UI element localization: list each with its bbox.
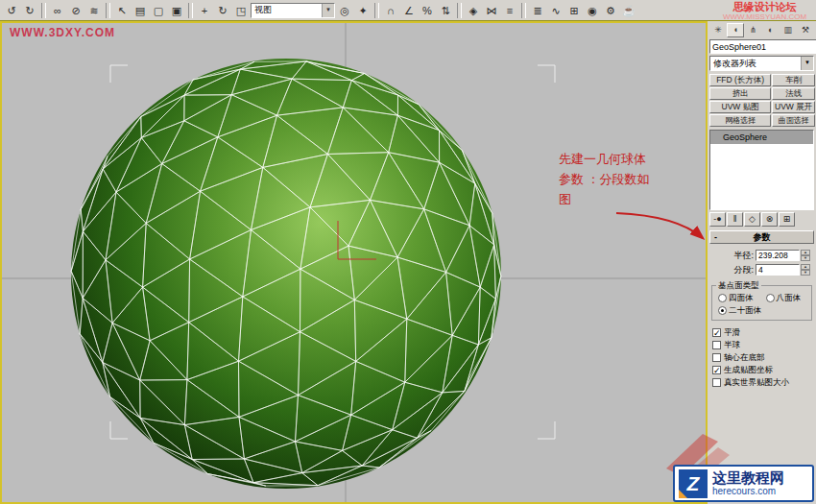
toolbar-separator — [106, 3, 110, 18]
stack-item[interactable]: GeoSphere — [710, 131, 813, 144]
select-by-name-icon[interactable]: ▤ — [132, 2, 149, 18]
checkbox-label: 真实世界贴图大小 — [724, 377, 789, 389]
checkbox-box — [712, 341, 721, 349]
align-icon[interactable]: ≡ — [501, 2, 518, 18]
angle-snap-toggle-icon[interactable]: ∠ — [400, 2, 418, 18]
segments-row: 分段:4▲▼ — [709, 263, 810, 276]
perspective-viewport[interactable]: WWW.3DXY.COM 先建一几何球体 参数 ：分段数如 图 — [0, 21, 708, 504]
checkbox-generate-mapping-coords[interactable]: ✓生成贴图坐标 — [709, 364, 814, 376]
spinner-snap-toggle-icon[interactable]: ⇅ — [437, 2, 454, 18]
schematic-view-icon[interactable]: ⊞ — [565, 2, 583, 18]
motion-tab-icon[interactable]: ◐ — [762, 23, 780, 37]
command-panel-tabs: ✳◖⋔◐▥⚒ — [709, 23, 814, 37]
site-logo-texts: 这里教程网 herecours.com — [712, 470, 784, 496]
radio-circle — [766, 294, 775, 302]
tutorial-site-badge[interactable]: Z 这里教程网 herecours.com — [673, 465, 814, 502]
select-object-icon[interactable]: ↖ — [113, 2, 131, 18]
radio-row: 二十面体 — [714, 304, 809, 317]
segments-field[interactable]: 4 — [756, 264, 800, 276]
configure-modifier-sets-icon[interactable]: ⊞ — [779, 212, 795, 227]
quick-render-icon[interactable]: ☕ — [620, 2, 637, 18]
select-and-manipulate-icon[interactable]: ✦ — [354, 2, 372, 18]
checkbox-smooth[interactable]: ✓平滑 — [709, 326, 814, 339]
select-and-link-icon[interactable]: ∞ — [49, 2, 66, 18]
render-setup-icon[interactable]: ⚙ — [602, 2, 619, 18]
ffd-box-button[interactable]: FFD (长方体) — [709, 74, 771, 86]
radio-label: 四面体 — [729, 293, 754, 304]
snap-toggle-icon[interactable]: ∩ — [382, 2, 399, 18]
modifier-button-set: FFD (长方体)车削挤出法线UVW 贴图UVW 展开网格选择曲面选择 — [709, 74, 814, 127]
radius-spinner[interactable]: ▲▼ — [801, 250, 810, 261]
window-crossing-toggle-icon[interactable]: ▣ — [168, 2, 185, 18]
radio-label: 二十面体 — [729, 305, 761, 317]
radio-tetra[interactable]: 四面体 — [714, 292, 762, 304]
edit-named-selection-sets-icon[interactable]: ◈ — [465, 2, 482, 18]
surface-select-button[interactable]: 曲面选择 — [772, 114, 815, 127]
display-tab-icon[interactable]: ▥ — [780, 23, 797, 37]
select-and-scale-icon[interactable]: ◳ — [232, 2, 250, 18]
unwrap-uvw-button[interactable]: UVW 展开 — [772, 101, 815, 113]
radio-octa[interactable]: 八面体 — [762, 292, 810, 304]
checkbox-box: ✓ — [712, 328, 721, 337]
modifier-list-dropdown[interactable]: 修改器列表 ▼ — [709, 56, 814, 71]
select-and-rotate-icon[interactable]: ↻ — [214, 2, 231, 18]
use-pivot-point-center-icon[interactable]: ◎ — [336, 2, 353, 18]
reference-coordinate-system-dropdown[interactable]: 视图▼ — [251, 3, 335, 18]
radius-label: 半径: — [733, 250, 754, 262]
checkbox-real-world-map-size[interactable]: 真实世界贴图大小 — [709, 376, 814, 389]
checkbox-box — [712, 353, 721, 362]
layer-manager-icon[interactable]: ≣ — [529, 2, 546, 18]
safe-frame-corner-top-left — [110, 65, 128, 83]
spinner-down-icon[interactable]: ▼ — [801, 270, 810, 276]
radius-field[interactable]: 239.208 — [756, 250, 800, 261]
toolbar-separator — [374, 3, 379, 18]
hierarchy-tab-icon[interactable]: ⋔ — [744, 23, 761, 37]
checkbox-label: 平滑 — [724, 327, 740, 339]
percent-snap-toggle-icon[interactable]: % — [419, 2, 436, 18]
spinner-down-icon[interactable]: ▼ — [801, 255, 810, 261]
checkbox-hemisphere[interactable]: 半球 — [709, 339, 814, 351]
main-toolbar: ↺↻∞⊘≋↖▤▢▣+↻◳视图▼◎✦∩∠%⇅◈⋈≡≣∿⊞◉⚙☕ — [0, 0, 816, 21]
watermark-3dxy: WWW.3DXY.COM — [10, 26, 115, 39]
normal-button[interactable]: 法线 — [772, 87, 815, 100]
lathe-button[interactable]: 车削 — [772, 74, 815, 86]
mirror-icon[interactable]: ⋈ — [483, 2, 500, 18]
viewport-canvas — [2, 23, 706, 502]
remove-modifier-icon[interactable]: ⊗ — [761, 212, 778, 227]
material-editor-icon[interactable]: ◉ — [584, 2, 601, 18]
checkbox-label: 轴心在底部 — [724, 352, 765, 364]
extrude-button[interactable]: 挤出 — [709, 87, 771, 100]
rollout-title: 参数 — [754, 232, 771, 242]
option-checkboxes: ✓平滑半球轴心在底部✓生成贴图坐标真实世界贴图大小 — [709, 326, 814, 389]
show-end-result-icon[interactable]: ‖ — [727, 212, 743, 227]
watermark-missyuan: 思缘设计论坛 WWW.MISSYUAN.COM — [715, 1, 814, 21]
select-and-move-icon[interactable]: + — [196, 2, 213, 18]
watermark-missyuan-url: WWW.MISSYUAN.COM — [715, 12, 814, 21]
make-unique-icon[interactable]: ◇ — [744, 212, 760, 227]
radio-icosa[interactable]: 二十面体 — [714, 304, 762, 317]
checkbox-label: 生成贴图坐标 — [724, 365, 773, 376]
radius-row: 半径:239.208▲▼ — [709, 249, 810, 262]
undo-icon[interactable]: ↺ — [3, 2, 20, 18]
toolbar-separator — [41, 3, 46, 18]
bind-to-space-warp-icon[interactable]: ≋ — [85, 2, 103, 18]
parameters-rollout-header[interactable]: - 参数 — [709, 230, 814, 244]
object-name-field[interactable] — [709, 39, 816, 54]
combo-value: 视图 — [252, 4, 322, 16]
pin-stack-icon[interactable]: -● — [709, 212, 726, 227]
redo-icon[interactable]: ↻ — [21, 2, 38, 18]
create-tab-icon[interactable]: ✳ — [709, 23, 727, 37]
modifier-list-label: 修改器列表 — [710, 58, 801, 70]
segments-label: 分段: — [733, 264, 754, 276]
3dsmax-window: ↺↻∞⊘≋↖▤▢▣+↻◳视图▼◎✦∩∠%⇅◈⋈≡≣∿⊞◉⚙☕ WWW.3DXY.… — [0, 0, 816, 504]
checkbox-base-to-pivot[interactable]: 轴心在底部 — [709, 351, 814, 364]
segments-spinner[interactable]: ▲▼ — [801, 264, 810, 276]
modify-tab-icon[interactable]: ◖ — [727, 23, 744, 37]
curve-editor-icon[interactable]: ∿ — [547, 2, 564, 18]
uvw-map-button[interactable]: UVW 贴图 — [709, 101, 771, 113]
utilities-tab-icon[interactable]: ⚒ — [797, 23, 814, 37]
rectangular-selection-region-icon[interactable]: ▢ — [150, 2, 167, 18]
mesh-select-button[interactable]: 网格选择 — [709, 114, 771, 127]
unlink-selection-icon[interactable]: ⊘ — [67, 2, 84, 18]
modifier-stack[interactable]: GeoSphere — [709, 130, 814, 210]
